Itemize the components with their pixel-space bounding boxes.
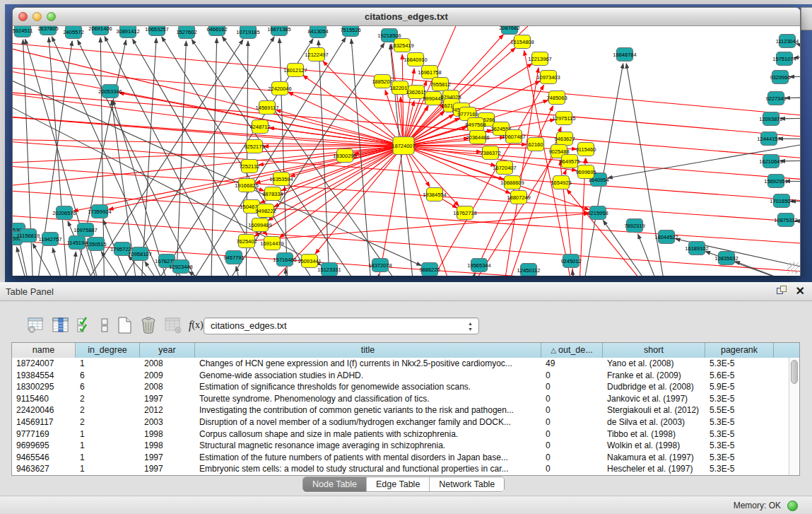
network-node[interactable]: 15123331 xyxy=(317,263,341,276)
network-node[interactable]: 9498222 xyxy=(255,204,276,218)
network-node[interactable]: 10973403 xyxy=(536,71,560,84)
network-node[interactable]: 15751074 xyxy=(772,52,796,66)
network-node[interactable]: 12450112 xyxy=(517,264,541,276)
network-node[interactable]: 18325419 xyxy=(390,39,413,52)
network-edge[interactable] xyxy=(780,160,800,161)
network-node[interactable]: 12975115 xyxy=(553,112,576,125)
column-header-in_degree[interactable]: in_degree xyxy=(76,343,140,358)
table-settings-icon[interactable] xyxy=(27,317,45,334)
window-resize-grip[interactable] xyxy=(787,262,799,274)
select-rows-icon[interactable] xyxy=(76,317,93,334)
table-scrollbar[interactable] xyxy=(789,358,799,475)
scrollbar-thumb[interactable] xyxy=(791,360,798,384)
table-row[interactable]: 2242004622012Investigating the contribut… xyxy=(12,404,789,416)
table-row[interactable]: 1938455462009Genome-wide association stu… xyxy=(12,370,789,382)
table-disabled-icon[interactable] xyxy=(164,317,182,334)
network-edge[interactable] xyxy=(279,151,396,238)
network-node[interactable]: 2637805 xyxy=(37,26,58,35)
network-node[interactable]: 9252173 xyxy=(244,140,264,153)
network-node[interactable]: 1145194 xyxy=(67,236,88,250)
network-edge[interactable] xyxy=(442,199,457,209)
memory-status-indicator[interactable] xyxy=(787,501,798,511)
network-edge[interactable] xyxy=(780,118,800,119)
network-node[interactable]: 7625402 xyxy=(236,235,257,248)
table-row[interactable]: 911546021997Tourette syndrome. Phenomeno… xyxy=(12,393,789,405)
tab-edge-table[interactable]: Edge Table xyxy=(367,477,430,491)
network-edge[interactable] xyxy=(13,90,394,144)
network-node[interactable]: 11123044 xyxy=(776,35,799,48)
network-node[interactable]: 10958107 xyxy=(128,247,151,261)
network-edge[interactable] xyxy=(406,154,458,276)
network-node[interactable]: 9463627 xyxy=(554,132,575,146)
network-node[interactable]: 10875312 xyxy=(774,214,797,227)
network-node[interactable]: 7955812 xyxy=(430,78,450,91)
window-titlebar[interactable]: citations_edges.txt xyxy=(13,8,800,26)
network-node[interactable]: 9115460 xyxy=(576,143,596,156)
network-node[interactable]: 16154808 xyxy=(510,35,534,49)
tab-network-table[interactable]: Network Table xyxy=(430,477,504,491)
network-node[interactable]: 16099489 xyxy=(248,218,271,232)
network-node[interactable]: 9457791 xyxy=(223,251,244,264)
network-node[interactable]: 7386372 xyxy=(480,146,500,160)
table-row[interactable]: 946554611997Estimation of the future num… xyxy=(12,452,789,464)
network-edge[interactable] xyxy=(778,139,800,139)
network-edge[interactable] xyxy=(567,189,670,276)
network-node[interactable]: 16961758 xyxy=(418,66,441,79)
network-node[interactable]: 15692951 xyxy=(764,175,787,188)
column-header-title[interactable]: title xyxy=(195,343,541,358)
network-node[interactable]: 16210643 xyxy=(759,155,782,168)
network-node[interactable]: 18044522 xyxy=(654,230,678,244)
network-node[interactable]: 7515526 xyxy=(340,26,360,37)
network-node[interactable]: 16640910 xyxy=(404,53,427,66)
network-node[interactable]: 11156819 xyxy=(17,229,40,243)
network-node[interactable]: 10719185 xyxy=(236,26,259,39)
network-node[interactable]: 15716485 xyxy=(273,253,296,267)
network-node[interactable]: 8413054 xyxy=(307,26,328,38)
network-node[interactable]: 12213967 xyxy=(528,52,551,66)
network-node[interactable]: 10835632 xyxy=(714,252,738,265)
network-node[interactable]: 10607487 xyxy=(502,130,525,144)
column-header-short[interactable]: short xyxy=(603,343,705,358)
network-node[interactable]: 1527602 xyxy=(176,26,196,39)
network-node[interactable]: 12923448 xyxy=(169,260,192,274)
network-node[interactable]: 15093441 xyxy=(298,255,321,268)
network-node[interactable]: 8878334 xyxy=(262,187,283,201)
network-edge[interactable] xyxy=(13,139,394,146)
network-node[interactable]: 16671385 xyxy=(267,26,290,36)
network-node[interactable]: 7892319 xyxy=(624,219,645,233)
table-selector-dropdown[interactable]: citations_edges.txt ▲▼ xyxy=(204,317,479,334)
network-node[interactable]: 2405572 xyxy=(63,26,83,39)
network-node[interactable]: 16353594 xyxy=(269,173,293,186)
network-node[interactable]: 20053346 xyxy=(98,85,122,98)
table-row[interactable]: 977716911998Corpus callosum shape and si… xyxy=(12,428,789,440)
network-node[interactable]: 22420046 xyxy=(268,82,291,95)
table-row[interactable]: 1872400712008Changes of HCN gene express… xyxy=(12,358,789,370)
table-row[interactable]: 1830029562008Estimation of significance … xyxy=(12,381,789,393)
network-node[interactable]: 11942757 xyxy=(39,233,62,246)
network-node[interactable]: 30891412 xyxy=(116,26,139,38)
network-node[interactable]: 62160 xyxy=(528,138,544,151)
network-node[interactable]: 16762738 xyxy=(453,206,476,220)
network-node[interactable]: 2087682 xyxy=(499,26,519,35)
network-node[interactable]: 9886220 xyxy=(419,263,440,276)
network-edge[interactable] xyxy=(105,37,246,276)
table-column-icon[interactable] xyxy=(52,317,70,334)
network-node[interactable]: 18807249 xyxy=(507,191,530,204)
function-builder-icon[interactable]: f(x) xyxy=(189,319,204,332)
network-node[interactable]: 6466162 xyxy=(206,26,227,36)
network-node[interactable]: 18012127 xyxy=(283,64,307,77)
network-edge[interactable] xyxy=(789,76,800,77)
network-edge[interactable] xyxy=(565,170,566,174)
network-node[interactable]: 19384554 xyxy=(423,188,446,201)
network-edge[interactable] xyxy=(319,40,331,276)
network-node[interactable]: 9329966 xyxy=(770,71,790,84)
network-node[interactable]: 5924511 xyxy=(13,26,33,37)
network-node[interactable]: 6497568 xyxy=(465,118,486,132)
trash-icon[interactable] xyxy=(139,316,158,334)
network-node[interactable]: 12444157 xyxy=(757,132,780,146)
network-node[interactable]: 1350515 xyxy=(86,238,106,251)
network-edge[interactable] xyxy=(69,252,76,276)
network-node[interactable]: 16914479 xyxy=(260,237,283,250)
network-node[interactable]: 19565344 xyxy=(467,259,490,272)
network-node[interactable]: 7252132 xyxy=(239,160,259,173)
